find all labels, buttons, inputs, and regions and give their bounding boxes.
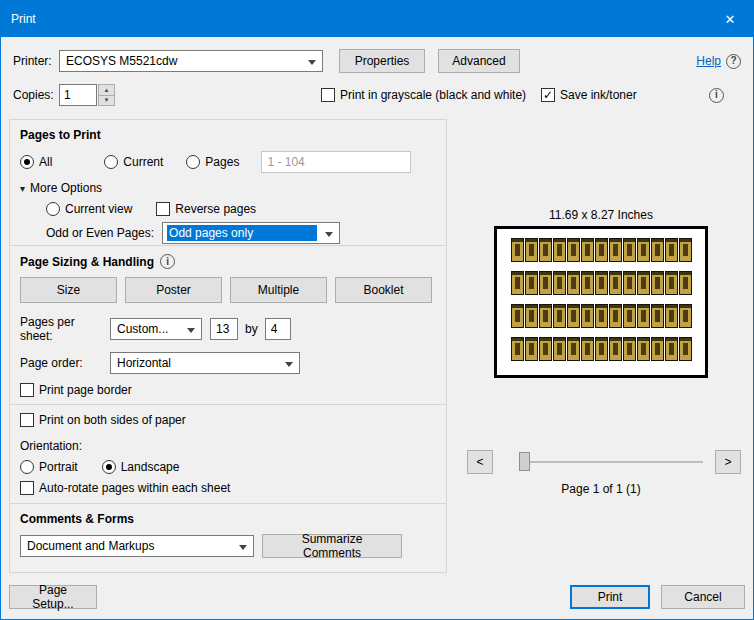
comments-forms-select[interactable]: Document and Markups	[20, 535, 254, 557]
stamp-thumbnail	[567, 337, 580, 361]
radio-current[interactable]: Current	[104, 155, 163, 169]
stamp-thumbnail	[511, 337, 524, 361]
advanced-button[interactable]: Advanced	[438, 49, 520, 73]
properties-button[interactable]: Properties	[339, 49, 425, 73]
radio-current-label: Current	[123, 155, 163, 169]
stamp-thumbnail	[637, 337, 650, 361]
print-button[interactable]: Print	[570, 585, 650, 609]
stamp-thumbnail	[595, 271, 608, 295]
stamp-thumbnail	[623, 337, 636, 361]
next-page-button[interactable]: >	[715, 450, 741, 474]
pages-to-print-heading: Pages to Print	[20, 128, 436, 142]
chevron-down-icon	[239, 545, 247, 550]
copies-stepper[interactable]: ▲ ▼	[59, 84, 115, 106]
save-ink-checkbox-box: ✓	[541, 88, 555, 102]
help-link[interactable]: Help	[696, 54, 721, 68]
more-options-toggle[interactable]: ▾ More Options	[20, 181, 436, 195]
radio-all-label: All	[39, 155, 52, 169]
grayscale-checkbox-label: Print in grayscale (black and white)	[340, 88, 526, 102]
radio-landscape[interactable]: Landscape	[102, 460, 180, 474]
copies-input[interactable]	[59, 84, 97, 106]
copies-down-icon[interactable]: ▼	[98, 95, 115, 107]
summarize-comments-button[interactable]: Summarize Comments	[262, 534, 402, 558]
print-dialog: Print ✕ Printer: ECOSYS M5521cdw Propert…	[0, 0, 754, 620]
printer-label: Printer:	[13, 54, 59, 68]
stamp-thumbnail	[581, 337, 594, 361]
info-icon[interactable]: i	[160, 254, 175, 269]
previous-page-button[interactable]: <	[467, 450, 493, 474]
close-icon[interactable]: ✕	[707, 1, 753, 37]
stamp-thumbnail	[581, 304, 594, 328]
page-sizing-heading: Page Sizing & Handling	[20, 255, 154, 269]
radio-portrait-label: Portrait	[39, 460, 78, 474]
cancel-button[interactable]: Cancel	[661, 585, 745, 609]
stamp-thumbnail	[581, 271, 594, 295]
stamp-thumbnail	[665, 238, 678, 262]
preview-panel: 11.69 x 8.27 Inches < > Page 1 of 1 (1)	[447, 116, 754, 573]
pages-per-sheet-select[interactable]: Custom...	[110, 318, 202, 340]
help-area: Help ?	[696, 54, 741, 69]
auto-rotate-label: Auto-rotate pages within each sheet	[39, 481, 230, 495]
save-ink-checkbox[interactable]: ✓ Save ink/toner	[541, 88, 637, 102]
pages-to-print-section: Pages to Print All Current Pages ▾ More …	[9, 119, 447, 246]
page-order-select[interactable]: Horizontal	[110, 352, 300, 374]
stamp-thumbnail	[609, 271, 622, 295]
titlebar[interactable]: Print ✕	[1, 1, 753, 37]
page-order-label: Page order:	[20, 356, 110, 370]
stamp-thumbnail	[665, 271, 678, 295]
stamp-thumbnail	[679, 238, 692, 262]
grayscale-checkbox[interactable]: Print in grayscale (black and white)	[321, 88, 526, 102]
sheet-rows-input[interactable]	[265, 318, 291, 340]
stamp-thumbnail	[679, 304, 692, 328]
radio-all[interactable]: All	[20, 155, 52, 169]
stamp-thumbnail	[609, 304, 622, 328]
stamp-thumbnail	[637, 304, 650, 328]
more-options-label: More Options	[30, 181, 102, 195]
booklet-button[interactable]: Booklet	[335, 277, 432, 303]
window-title: Print	[11, 12, 707, 26]
reverse-pages-checkbox[interactable]: Reverse pages	[156, 202, 256, 216]
page-setup-button[interactable]: Page Setup...	[9, 585, 97, 609]
stamp-thumbnail	[595, 304, 608, 328]
stamp-row	[497, 271, 705, 295]
printer-row: Printer: ECOSYS M5521cdw Properties Adva…	[13, 49, 741, 73]
slider-thumb[interactable]	[519, 452, 530, 471]
radio-current-view[interactable]: Current view	[46, 202, 132, 216]
radio-pages[interactable]: Pages	[186, 155, 239, 169]
save-ink-checkbox-label: Save ink/toner	[560, 88, 637, 102]
page-slider[interactable]	[505, 450, 703, 474]
odd-even-select[interactable]: Odd pages only	[162, 222, 340, 244]
both-sides-checkbox[interactable]: Print on both sides of paper	[20, 413, 186, 427]
odd-even-select-value: Odd pages only	[167, 225, 317, 241]
size-button[interactable]: Size	[20, 277, 117, 303]
multiple-button[interactable]: Multiple	[230, 277, 327, 303]
pages-per-sheet-value: Custom...	[115, 322, 181, 336]
radio-landscape-label: Landscape	[121, 460, 180, 474]
auto-rotate-checkbox[interactable]: Auto-rotate pages within each sheet	[20, 481, 230, 495]
odd-even-label: Odd or Even Pages:	[46, 226, 154, 240]
stamp-thumbnail	[539, 238, 552, 262]
poster-button[interactable]: Poster	[125, 277, 222, 303]
stamp-thumbnail	[665, 337, 678, 361]
stamp-thumbnail	[595, 337, 608, 361]
stamp-thumbnail	[651, 271, 664, 295]
pages-range-input[interactable]	[261, 151, 411, 173]
page-indicator: Page 1 of 1 (1)	[447, 482, 754, 496]
printer-select[interactable]: ECOSYS M5521cdw	[59, 50, 323, 72]
chevron-down-icon	[308, 60, 316, 65]
stamp-thumbnail	[623, 304, 636, 328]
stamp-thumbnail	[553, 304, 566, 328]
sheet-cols-input[interactable]	[210, 318, 238, 340]
chevron-down-icon	[325, 232, 333, 237]
stamp-thumbnail	[651, 304, 664, 328]
copies-row: Copies: ▲ ▼ Print in grayscale (black an…	[13, 83, 741, 107]
help-icon[interactable]: ?	[726, 54, 741, 69]
radio-portrait[interactable]: Portrait	[20, 460, 78, 474]
info-icon[interactable]: i	[709, 88, 724, 103]
both-sides-label: Print on both sides of paper	[39, 413, 186, 427]
slider-track	[519, 461, 703, 463]
duplex-orientation-section: Print on both sides of paper Orientation…	[9, 404, 447, 504]
print-page-border-checkbox[interactable]: Print page border	[20, 383, 132, 397]
stamp-thumbnail	[651, 337, 664, 361]
orientation-label: Orientation:	[20, 439, 436, 453]
